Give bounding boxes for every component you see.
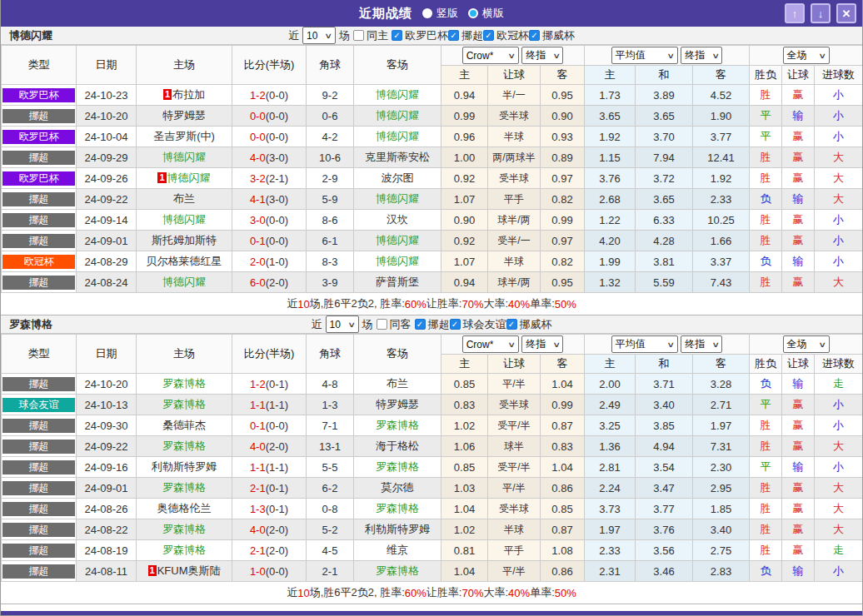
- crown-handicap: 半球: [488, 251, 541, 272]
- home-cell: 斯托姆加斯特: [137, 231, 232, 251]
- avg-home-odds: 1.32: [585, 272, 636, 293]
- crown-away-odds: 1.04: [541, 457, 585, 478]
- table-row: 挪超 24-08-24 博德闪耀 6-0(2-0) 3-9 萨普斯堡 0.94 …: [2, 272, 863, 293]
- result-goals: 大: [815, 519, 863, 540]
- avg-draw-odds: 3.40: [636, 395, 693, 415]
- avg-home-odds: 2.31: [585, 561, 636, 582]
- home-cell: 桑德菲杰: [137, 415, 232, 436]
- avg-home-odds: 3.65: [585, 106, 636, 127]
- result-goals: 大: [815, 272, 863, 293]
- crown-away-odds: 0.97: [541, 168, 585, 189]
- avg-home-odds: 1.22: [585, 210, 636, 231]
- col-header-away: 客场: [354, 335, 441, 374]
- league-filter-checkbox[interactable]: ✓挪超: [448, 28, 483, 43]
- bookmaker-select[interactable]: Crow*∨: [462, 47, 519, 64]
- subcol-result-handicap: 让球: [782, 66, 815, 85]
- away-team: 博德闪耀: [376, 109, 419, 122]
- close-button[interactable]: ✕: [836, 3, 856, 23]
- league-cell: 欧罗巴杯: [2, 168, 77, 189]
- league-filter-checkbox[interactable]: ✓欧冠杯: [483, 28, 529, 43]
- league-filter-checkbox[interactable]: ✓挪威杯: [506, 317, 552, 332]
- match-count-select[interactable]: 10∨: [302, 27, 336, 44]
- games-label: 场: [362, 317, 373, 332]
- league-filter-checkbox[interactable]: ✓欧罗巴杯: [392, 28, 448, 43]
- avg-home-odds: 2.24: [585, 478, 636, 499]
- away-cell: 博德闪耀: [354, 127, 441, 147]
- crown-handicap: 球半/两: [488, 210, 541, 231]
- checkbox-label: 球会友谊: [463, 317, 506, 332]
- final-odds-select-2[interactable]: 终指∨: [681, 47, 722, 64]
- league-filter-checkbox[interactable]: ✓挪威杯: [529, 28, 575, 43]
- final-odds-select[interactable]: 终指∨: [521, 47, 563, 64]
- result-wdl: 胜: [750, 231, 782, 251]
- date-cell: 24-09-26: [77, 168, 137, 189]
- full-time-score: 1-0: [250, 565, 266, 578]
- bookmaker-select-value: Crow*: [466, 339, 494, 350]
- average-odds-select[interactable]: 平均值∨: [611, 47, 678, 64]
- results-table: 类型 日期 主场 比分(半场) 角球 客场 Crow*∨ 终指∨ 平均值∨ 终指…: [1, 45, 863, 293]
- avg-home-odds: 1.73: [585, 85, 636, 106]
- home-team: 罗森博格: [162, 440, 206, 452]
- league-cell: 挪超: [2, 272, 77, 293]
- away-cell: 罗森博格: [354, 499, 441, 519]
- league-badge: 挪超: [2, 192, 75, 206]
- bookmaker-select[interactable]: Crow*∨: [462, 335, 519, 353]
- same-venue-checkbox[interactable]: 同客: [377, 317, 412, 332]
- col-header-home: 主场: [137, 335, 232, 374]
- full-match-select[interactable]: 全场∨: [783, 47, 830, 64]
- score-cell: 4-1(3-0): [232, 189, 307, 210]
- avg-away-odds: 3.40: [693, 519, 750, 540]
- same-venue-checkbox[interactable]: 同主: [353, 28, 388, 43]
- crown-away-odds: 0.82: [541, 189, 585, 210]
- full-time-score: 1-2: [250, 89, 266, 102]
- col-header-home: 主场: [137, 46, 232, 85]
- home-team: 圣吉罗斯(中): [153, 130, 215, 142]
- home-team: 斯托姆加斯特: [152, 234, 217, 246]
- corner-cell: 0-6: [307, 106, 354, 127]
- crown-away-odds: 0.87: [541, 415, 585, 436]
- average-odds-select[interactable]: 平均值∨: [611, 335, 678, 353]
- date-cell: 24-09-30: [77, 415, 137, 436]
- crown-away-odds: 0.99: [541, 210, 585, 231]
- move-up-button[interactable]: ↑: [785, 3, 805, 23]
- home-team: 罗森博格: [162, 481, 206, 494]
- home-cell: 特罗姆瑟: [137, 106, 232, 127]
- crown-home-odds: 0.85: [441, 457, 488, 478]
- league-filter-checkbox[interactable]: ✓球会友谊: [450, 317, 506, 332]
- crown-away-odds: 1.08: [541, 540, 585, 561]
- crown-odds-group: Crow*∨ 终指∨: [441, 46, 585, 66]
- avg-away-odds: 3.28: [693, 374, 750, 395]
- corner-cell: 5-2: [307, 519, 354, 540]
- summary-segment: 40%: [508, 298, 530, 310]
- date-cell: 24-08-22: [77, 519, 137, 540]
- titlebar-buttons: ↑ ↓ ✕: [785, 3, 862, 23]
- result-wdl: 负: [750, 561, 782, 582]
- crown-handicap: 平/半: [488, 561, 541, 582]
- final-odds-select[interactable]: 终指∨: [521, 335, 563, 353]
- league-filter-checkbox[interactable]: ✓挪超: [415, 317, 450, 332]
- league-cell: 欧罗巴杯: [2, 85, 77, 106]
- crown-home-odds: 0.83: [441, 395, 488, 415]
- home-team: 博德闪耀: [167, 171, 211, 184]
- final-odds-select-2[interactable]: 终指∨: [681, 335, 722, 353]
- layout-radio-vertical[interactable]: 竖版: [422, 6, 458, 21]
- away-cell: 利勒斯特罗姆: [354, 519, 441, 540]
- avg-home-odds: 2.49: [585, 395, 636, 415]
- move-down-button[interactable]: ↓: [811, 3, 831, 23]
- full-match-select[interactable]: 全场∨: [783, 335, 830, 353]
- crown-away-odds: 0.86: [541, 561, 585, 582]
- away-team: 罗森博格: [376, 460, 419, 473]
- crown-away-odds: 0.97: [541, 231, 585, 251]
- crown-home-odds: 0.92: [441, 231, 488, 251]
- league-filters: ✓欧罗巴杯✓挪超✓欧冠杯✓挪威杯: [392, 28, 575, 43]
- match-count-select[interactable]: 10∨: [326, 315, 359, 333]
- layout-radio-horizontal[interactable]: 横版: [468, 6, 504, 21]
- avg-draw-odds: 3.85: [636, 415, 693, 436]
- avg-away-odds: 2.95: [693, 478, 750, 499]
- final-odds-select-2-value: 终指: [685, 337, 705, 351]
- crown-handicap: 受半球: [488, 168, 541, 189]
- avg-draw-odds: 3.65: [636, 189, 693, 210]
- full-time-score: 4-0: [250, 152, 266, 164]
- crown-handicap: 半球: [488, 127, 541, 147]
- result-handicap: 赢: [782, 395, 815, 415]
